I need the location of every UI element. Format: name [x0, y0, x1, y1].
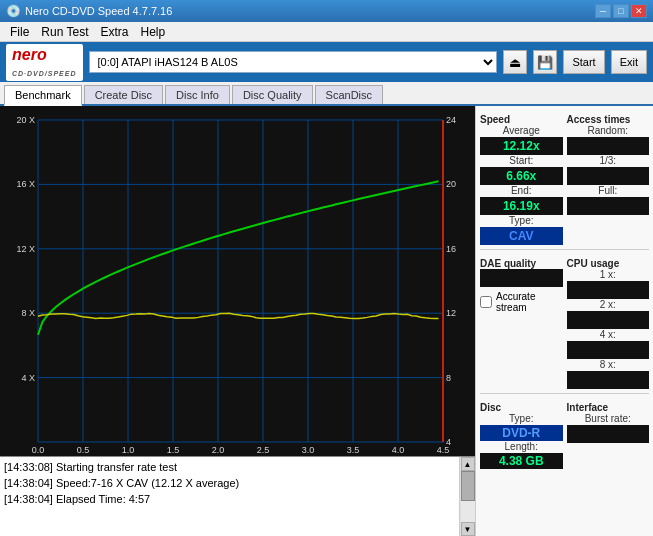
start-button[interactable]: Start: [563, 50, 604, 74]
length-label: Length:: [480, 441, 563, 452]
app-title: Nero CD-DVD Speed 4.7.7.16: [25, 5, 172, 17]
4x-label: 4 x:: [567, 329, 650, 340]
8x-value: [567, 371, 650, 389]
cpu-col: CPU usage 1 x: 2 x: 4 x: 8 x:: [567, 254, 650, 389]
titlebar-left: 💿 Nero CD-DVD Speed 4.7.7.16: [6, 4, 172, 18]
accurate-stream-row: Accurate stream: [480, 291, 563, 313]
accurate-stream-label: Accurate stream: [496, 291, 563, 313]
dae-cpu-row: DAE quality Accurate stream CPU usage 1 …: [480, 254, 649, 389]
maximize-button[interactable]: □: [613, 4, 629, 18]
start-label: Start:: [480, 155, 563, 166]
app-icon: 💿: [6, 4, 21, 18]
random-label: Random:: [567, 125, 650, 136]
disc-col: Disc Type: DVD-R Length: 4.38 GB: [480, 398, 563, 469]
tabs: Benchmark Create Disc Disc Info Disc Qua…: [0, 82, 653, 106]
dae-title: DAE quality: [480, 258, 563, 269]
type-label: Type:: [480, 215, 563, 226]
interface-title: Interface: [567, 402, 650, 413]
average-label: Average: [480, 125, 563, 136]
dae-col: DAE quality Accurate stream: [480, 254, 563, 389]
scroll-up-button[interactable]: ▲: [461, 457, 475, 471]
8x-label: 8 x:: [567, 359, 650, 370]
dae-value: [480, 269, 563, 287]
tab-create-disc[interactable]: Create Disc: [84, 85, 163, 104]
divider1: [480, 249, 649, 250]
titlebar-controls[interactable]: ─ □ ✕: [595, 4, 647, 18]
scroll-track: [461, 471, 475, 522]
chart-area: [14:33:08] Starting transfer rate test […: [0, 106, 475, 536]
toolbar: nero CD·DVD/SPEED [0:0] ATAPI iHAS124 B …: [0, 42, 653, 82]
third-label: 1/3:: [567, 155, 650, 166]
log-scrollbar[interactable]: ▲ ▼: [459, 457, 475, 536]
menu-run-test[interactable]: Run Test: [35, 23, 94, 41]
log-content: [14:33:08] Starting transfer rate test […: [0, 457, 459, 536]
start-value: 6.66x: [480, 167, 563, 185]
burst-value: [567, 425, 650, 443]
menu-file[interactable]: File: [4, 23, 35, 41]
2x-value: [567, 311, 650, 329]
1x-label: 1 x:: [567, 269, 650, 280]
tab-scan-disc[interactable]: ScanDisc: [315, 85, 383, 104]
tab-disc-info[interactable]: Disc Info: [165, 85, 230, 104]
menu-help[interactable]: Help: [135, 23, 172, 41]
end-value: 16.19x: [480, 197, 563, 215]
scroll-thumb[interactable]: [461, 471, 475, 501]
end-label: End:: [480, 185, 563, 196]
log-line: [14:33:08] Starting transfer rate test: [4, 459, 455, 475]
menubar: File Run Test Extra Help: [0, 22, 653, 42]
accurate-stream-checkbox[interactable]: [480, 296, 492, 308]
third-value: [567, 167, 650, 185]
close-button[interactable]: ✕: [631, 4, 647, 18]
nero-logo: nero CD·DVD/SPEED: [6, 44, 83, 81]
average-value: 12.12x: [480, 137, 563, 155]
access-title: Access times: [567, 114, 650, 125]
speed-access-row: Speed Average 12.12x Start: 6.66x End: 1…: [480, 110, 649, 245]
menu-extra[interactable]: Extra: [94, 23, 134, 41]
tab-benchmark[interactable]: Benchmark: [4, 85, 82, 106]
log-line: [14:38:04] Elapsed Time: 4:57: [4, 491, 455, 507]
speed-col: Speed Average 12.12x Start: 6.66x End: 1…: [480, 110, 563, 245]
exit-button[interactable]: Exit: [611, 50, 647, 74]
cpu-title: CPU usage: [567, 258, 650, 269]
minimize-button[interactable]: ─: [595, 4, 611, 18]
titlebar: 💿 Nero CD-DVD Speed 4.7.7.16 ─ □ ✕: [0, 0, 653, 22]
length-value: 4.38 GB: [480, 453, 563, 469]
drive-selector[interactable]: [0:0] ATAPI iHAS124 B AL0S: [89, 51, 498, 73]
full-value: [567, 197, 650, 215]
speed-chart: [0, 106, 475, 456]
1x-value: [567, 281, 650, 299]
scroll-down-button[interactable]: ▼: [461, 522, 475, 536]
eject-icon[interactable]: ⏏: [503, 50, 527, 74]
disc-interface-row: Disc Type: DVD-R Length: 4.38 GB Interfa…: [480, 398, 649, 469]
4x-value: [567, 341, 650, 359]
speed-title: Speed: [480, 114, 563, 125]
burst-label: Burst rate:: [567, 413, 650, 424]
disc-type-label: Disc: [480, 402, 563, 413]
full-label: Full:: [567, 185, 650, 196]
2x-label: 2 x:: [567, 299, 650, 310]
main-content: [14:33:08] Starting transfer rate test […: [0, 106, 653, 536]
access-col: Access times Random: 1/3: Full:: [567, 110, 650, 245]
right-panel: Speed Average 12.12x Start: 6.66x End: 1…: [475, 106, 653, 536]
disc-type-sub: Type:: [480, 413, 563, 424]
random-value: [567, 137, 650, 155]
log-line: [14:38:04] Speed:7-16 X CAV (12.12 X ave…: [4, 475, 455, 491]
tab-disc-quality[interactable]: Disc Quality: [232, 85, 313, 104]
divider2: [480, 393, 649, 394]
log-area: [14:33:08] Starting transfer rate test […: [0, 456, 475, 536]
disc-type-value: DVD-R: [480, 425, 563, 441]
save-icon[interactable]: 💾: [533, 50, 557, 74]
type-value: CAV: [480, 227, 563, 245]
interface-col: Interface Burst rate:: [567, 398, 650, 469]
